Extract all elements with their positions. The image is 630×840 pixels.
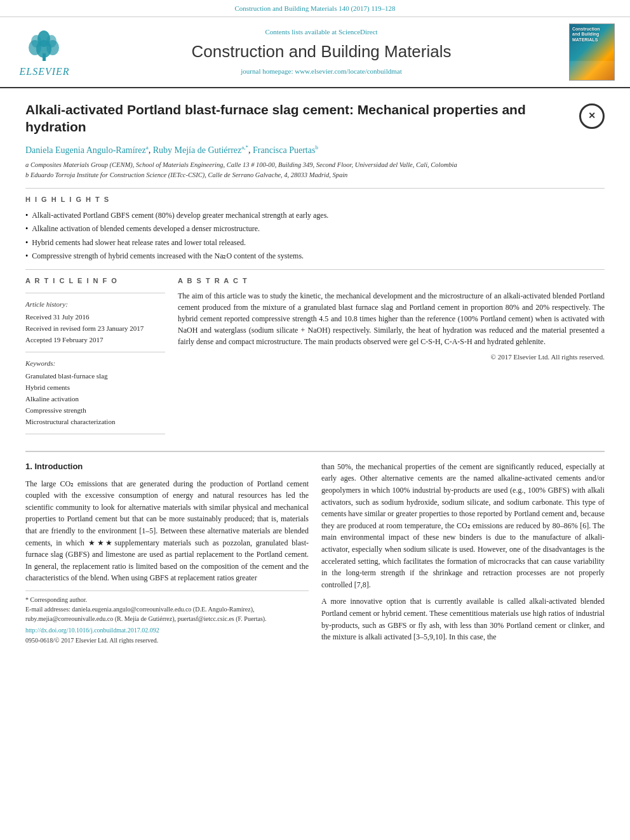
corresponding-note: * Corresponding author. — [25, 595, 309, 604]
received-date: Received 31 July 2016 — [25, 312, 165, 323]
crossmark-area — [573, 101, 605, 129]
highlight-1: • Alkali-activated Portland GBFS cement … — [25, 210, 605, 221]
email-footnote: E-mail addresses: daniela.eugenia.angulo… — [25, 604, 309, 623]
journal-title: Construction and Building Materials — [76, 40, 566, 64]
author-3-name[interactable]: Francisca Puertas — [253, 145, 315, 154]
copyright-text: © 2017 Elsevier Ltd. All rights reserved… — [178, 352, 605, 363]
highlight-2-text: Alkaline activation of blended cements d… — [32, 223, 260, 234]
history-label: Article history: — [25, 300, 165, 310]
highlights-section: H I G H L I G H T S • Alkali-activated P… — [25, 195, 605, 262]
affiliations: a Composites Materials Group (CENM), Sch… — [25, 160, 605, 180]
keyword-5: Microstructural characterization — [25, 417, 165, 427]
journal-reference-text: Construction and Building Materials 140 … — [234, 4, 395, 12]
affiliation-b: b Eduardo Torroja Institute for Construc… — [25, 170, 605, 180]
highlight-2: • Alkaline activation of blended cements… — [25, 223, 605, 234]
doi-link[interactable]: http://dx.doi.org/10.1016/j.conbuildmat.… — [25, 626, 309, 636]
abstract-text: The aim of this article was to study the… — [178, 290, 605, 347]
divider-info — [25, 293, 165, 293]
intro-paragraph-1: The large CO₂ emissions that are generat… — [25, 478, 309, 584]
divider-1 — [25, 188, 605, 189]
journal-reference-bar: Construction and Building Materials 140 … — [0, 0, 630, 17]
highlight-4: • Compressive strength of hybrid cements… — [25, 251, 605, 262]
issn-text: 0950-0618/© 2017 Elsevier Ltd. All right… — [25, 636, 309, 646]
author-2-name[interactable]: Ruby Mejía de Gutiérrez — [153, 145, 242, 154]
highlight-3-text: Hybrid cements had slower heat release r… — [32, 237, 246, 248]
bullet-3: • — [25, 237, 28, 248]
bullet-4: • — [25, 251, 28, 262]
svg-point-6 — [46, 35, 57, 48]
svg-point-5 — [31, 35, 41, 48]
article-info-label: A R T I C L E I N F O — [25, 276, 165, 286]
keyword-3: Alkaline activation — [25, 394, 165, 404]
revised-date: Received in revised form 23 January 2017 — [25, 324, 165, 334]
journal-cover: Constructionand BuildingMATERIALS — [566, 23, 617, 81]
highlight-1-text: Alkali-activated Portland GBFS cement (8… — [32, 210, 328, 221]
keyword-4: Compressive strength — [25, 406, 165, 416]
body-col-right: than 50%, the mechanical properties of t… — [321, 461, 605, 648]
elsevier-tree-icon — [16, 25, 73, 63]
article-title: Alkali-activated Portland blast-furnace … — [25, 101, 573, 136]
paper-content: Alkali-activated Portland blast-furnace … — [0, 88, 630, 661]
author-2-sup: a,* — [241, 144, 248, 150]
accepted-date: Accepted 19 February 2017 — [25, 335, 165, 345]
divider-2 — [25, 269, 605, 270]
article-info-abstract: A R T I C L E I N F O Article history: R… — [25, 276, 605, 440]
body-two-col: 1. Introduction The large CO₂ emissions … — [25, 461, 605, 648]
elsevier-logo: ELSEVIER — [13, 25, 76, 79]
keywords-label: Keywords: — [25, 359, 165, 369]
intro-paragraph-3: A more innovative option that is current… — [321, 596, 605, 643]
bullet-2: • — [25, 223, 28, 234]
cover-text: Constructionand BuildingMATERIALS — [572, 27, 612, 43]
bullet-1: • — [25, 210, 28, 221]
intro-paragraph-2: than 50%, the mechanical properties of t… — [321, 461, 605, 591]
article-title-section: Alkali-activated Portland blast-furnace … — [25, 101, 605, 136]
article-info-column: A R T I C L E I N F O Article history: R… — [25, 276, 165, 440]
author-3-sup: b — [315, 144, 318, 150]
author-1-sup: a — [146, 144, 149, 150]
highlights-label: H I G H L I G H T S — [25, 195, 605, 205]
footnote-area: * Corresponding author. E-mail addresses… — [25, 590, 309, 646]
cover-image: Constructionand BuildingMATERIALS — [569, 23, 615, 81]
abstract-column: A B S T R A C T The aim of this article … — [178, 276, 605, 440]
journal-header: ELSEVIER Contents lists available at Sci… — [0, 17, 630, 88]
highlight-4-text: Compressive strength of hybrid cements i… — [32, 251, 304, 262]
section-number: 1. — [25, 462, 32, 471]
keyword-1: Granulated blast-furnace slag — [25, 371, 165, 382]
authors-line: Daniela Eugenia Angulo-Ramíreza, Ruby Me… — [25, 143, 605, 157]
journal-homepage: journal homepage: www.elsevier.com/locat… — [76, 67, 566, 77]
divider-kw — [25, 352, 165, 352]
crossmark-icon — [579, 103, 605, 129]
abstract-label: A B S T R A C T — [178, 276, 605, 286]
journal-center: Contents lists available at ScienceDirec… — [76, 27, 566, 77]
body-col-left: 1. Introduction The large CO₂ emissions … — [25, 461, 309, 648]
intro-section-title: 1. Introduction — [25, 461, 309, 473]
affiliation-a: a Composites Materials Group (CENM), Sch… — [25, 160, 605, 170]
email-label: E-mail addresses: — [25, 606, 70, 613]
contents-link: Contents lists available at ScienceDirec… — [76, 27, 566, 37]
elsevier-wordmark: ELSEVIER — [19, 64, 69, 79]
keyword-2: Hybrid cements — [25, 383, 165, 393]
divider-end-info — [25, 434, 165, 434]
author-1-name[interactable]: Daniela Eugenia Angulo-Ramírez — [25, 145, 146, 154]
section-name: Introduction — [34, 462, 83, 471]
highlight-3: • Hybrid cements had slower heat release… — [25, 237, 605, 248]
thick-divider — [25, 451, 605, 452]
